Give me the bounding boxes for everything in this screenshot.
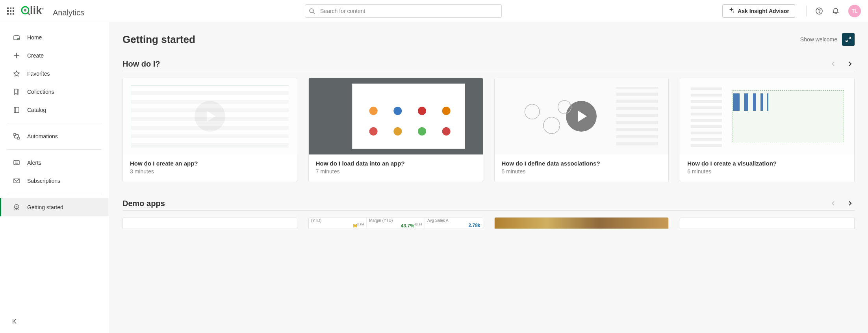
video-card-visualization[interactable]: How do I create a visualization? 6 minut… (680, 78, 855, 182)
sidebar-item-home[interactable]: Home (0, 28, 109, 47)
sidebar-item-automations[interactable]: Automations (0, 127, 109, 145)
user-avatar[interactable]: TL (848, 5, 861, 17)
collapse-sidebar-button[interactable] (0, 312, 109, 328)
product-name: Analytics (53, 8, 84, 17)
page-title: Getting started (122, 33, 195, 46)
svg-rect-7 (10, 13, 11, 15)
svg-rect-18 (17, 137, 19, 139)
svg-rect-2 (13, 7, 14, 9)
divider (7, 194, 102, 194)
play-icon (752, 101, 783, 132)
metric-label: Margin (YTD) (369, 218, 422, 223)
carousel-next-button[interactable] (845, 59, 855, 69)
demo-app-card[interactable] (494, 217, 669, 229)
sidebar-item-getting-started[interactable]: Getting started (0, 198, 109, 216)
star-icon (13, 70, 20, 77)
catalog-icon (13, 106, 20, 113)
metric-label: (YTD) (311, 218, 364, 223)
video-card-load-data[interactable]: How do I load data into an app? 7 minute… (308, 78, 483, 182)
demo-apps-cards: (YTD)M2.7M Margin (YTD)43.7%42.16 Avg Sa… (122, 217, 855, 229)
brand-wordmark: lik. (20, 4, 44, 17)
video-thumbnail (123, 78, 297, 154)
divider (7, 123, 102, 123)
carousel-prev-button[interactable] (829, 59, 838, 69)
svg-rect-17 (14, 134, 16, 136)
carousel-prev-button[interactable] (829, 199, 838, 208)
metric-value: 2.78k (468, 223, 480, 228)
svg-rect-19 (14, 160, 19, 165)
expand-icon (846, 37, 851, 42)
main-content: Getting started Show welcome How do I? (109, 22, 868, 333)
sidebar-item-alerts[interactable]: Alerts (0, 154, 109, 172)
metric-value: M (353, 223, 357, 229)
chevron-left-icon (831, 61, 836, 67)
chevron-right-icon (847, 201, 853, 206)
notifications-icon[interactable] (832, 7, 840, 15)
video-duration: 6 minutes (687, 168, 847, 175)
sidebar-item-label: Home (27, 34, 42, 41)
brand-logo[interactable]: lik. Analytics (20, 4, 84, 18)
chevron-left-icon (831, 201, 836, 206)
help-icon[interactable] (815, 7, 823, 15)
bookmark-icon (13, 88, 20, 95)
video-card-create-app[interactable]: How do I create an app? 3 minutes (122, 78, 297, 182)
sidebar-item-collections[interactable]: Collections (0, 83, 109, 101)
metric-label: Avg Sales A (427, 218, 480, 223)
sidebar: Home Create Favorites Collections (0, 22, 109, 333)
svg-rect-0 (7, 7, 9, 9)
collapse-left-icon (12, 318, 19, 325)
play-icon (380, 101, 411, 132)
show-welcome-label: Show welcome (800, 36, 837, 43)
sidebar-item-create[interactable]: Create (0, 47, 109, 65)
sparkle-icon (728, 7, 734, 15)
topbar: lik. Analytics Ask Insight Advisor TL (0, 0, 868, 22)
demo-app-card[interactable]: (YTD)M2.7M Margin (YTD)43.7%42.16 Avg Sa… (308, 217, 483, 229)
sidebar-item-label: Getting started (27, 204, 63, 210)
svg-rect-8 (13, 13, 14, 15)
video-duration: 5 minutes (502, 168, 662, 175)
video-title: How do I create an app? (130, 160, 290, 167)
svg-point-10 (24, 9, 26, 11)
sidebar-item-label: Automations (27, 133, 58, 140)
mail-icon (13, 177, 20, 184)
sidebar-item-label: Collections (27, 89, 54, 95)
brand-q-icon (20, 5, 31, 15)
app-launcher-icon[interactable] (7, 7, 14, 15)
divider (122, 71, 855, 71)
carousel-next-button[interactable] (845, 199, 855, 208)
svg-rect-5 (13, 10, 14, 12)
video-thumbnail (680, 78, 854, 154)
divider (7, 149, 102, 150)
demo-app-card[interactable] (122, 217, 297, 229)
video-duration: 3 minutes (130, 168, 290, 175)
svg-rect-3 (7, 10, 9, 12)
section-title: Demo apps (122, 199, 165, 208)
sidebar-item-catalog[interactable]: Catalog (0, 101, 109, 119)
video-title: How do I define data associations? (502, 160, 662, 167)
sidebar-item-favorites[interactable]: Favorites (0, 65, 109, 83)
sidebar-item-label: Subscriptions (27, 178, 60, 184)
divider (122, 210, 855, 211)
chevron-right-icon (847, 61, 853, 67)
video-card-associations[interactable]: How do I define data associations? 5 min… (494, 78, 669, 182)
sidebar-item-label: Alerts (27, 160, 41, 166)
svg-point-11 (310, 9, 313, 13)
play-icon (195, 101, 225, 132)
search-input[interactable] (305, 4, 502, 18)
rocket-icon (13, 204, 20, 211)
sidebar-item-label: Create (27, 52, 44, 59)
toggle-welcome-button[interactable] (842, 33, 855, 46)
play-icon (566, 101, 597, 132)
section-title: How do I? (122, 60, 160, 69)
metric-value: 43.7% (401, 223, 414, 229)
search-icon (309, 8, 315, 14)
svg-rect-1 (10, 7, 11, 9)
video-title: How do I load data into an app? (316, 160, 476, 167)
video-thumbnail (495, 78, 669, 154)
global-search (305, 4, 502, 18)
sidebar-item-subscriptions[interactable]: Subscriptions (0, 172, 109, 190)
video-title: How do I create a visualization? (687, 160, 847, 167)
ask-insight-advisor-button[interactable]: Ask Insight Advisor (722, 4, 795, 18)
sidebar-item-label: Favorites (27, 71, 50, 77)
demo-app-card[interactable] (680, 217, 855, 229)
